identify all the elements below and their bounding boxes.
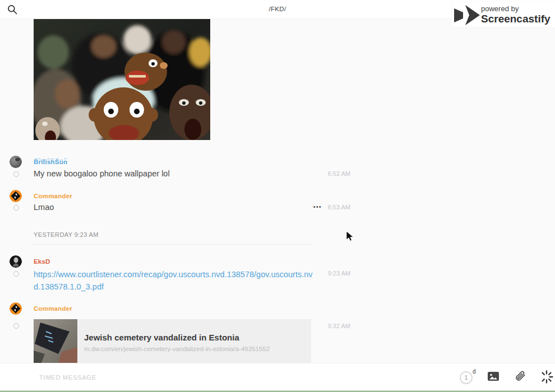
avatar-britishsun[interactable] [10,156,22,168]
message-text: My new boogaloo phone wallpaper lol [34,169,170,178]
attach-file-button[interactable] [514,370,526,385]
message-timestamp: 9:32 AM [317,323,350,329]
message-timestamp: 6:52 AM [317,170,350,177]
watermark-powered-by: powered by [481,4,519,13]
screencastify-logo-icon [454,5,480,27]
username-eksd: EksD [34,258,50,265]
message-timestamp: 9:23 AM [317,270,350,277]
timer-ring-icon [13,171,19,177]
timer-ring-icon [13,271,19,277]
timer-unit-label: d [473,368,476,375]
timer-ring-icon [13,323,19,329]
username-commander: Commander [34,305,72,312]
shredder-burst-icon[interactable] [540,370,553,386]
image-attachment[interactable] [34,18,210,140]
avatar-commander[interactable] [10,190,22,202]
avatar-eksd[interactable] [10,255,22,268]
chat-app-window: /FKD/ powered by Screencastify [0,0,555,392]
link-preview-thumbnail [34,319,77,363]
screencastify-watermark: powered by Screencastify [452,2,555,27]
message-link[interactable]: https://www.courtlistener.com/recap/gov.… [34,269,318,293]
username-commander: Commander [34,193,72,199]
link-preview-url: m.dw.com/en/jewish-cemetery-vandalized-i… [84,346,270,352]
timer-dial-icon: 1 [460,371,473,384]
message-input[interactable] [38,370,399,385]
composer-bar: 1 d [0,363,555,391]
link-preview-title: Jewish cemetery vandalized in Estonia [84,333,239,342]
timer-ring-icon [13,205,19,211]
send-image-button[interactable] [487,371,499,384]
username-britishsun: B̈r̈ïẗïs̈ḧS̈ün̈ [34,158,67,165]
message-text: Lmao [34,203,54,212]
message-timestamp: 6:53 AM [317,204,350,211]
date-divider-label: YESTERDAY 9:23 AM [34,231,99,238]
link-preview-card[interactable]: Jewish cemetery vandalized in Estonia m.… [34,319,311,363]
watermark-brand: Screencastify [481,13,551,25]
date-divider-line [33,244,311,245]
avatar-commander[interactable] [10,302,22,315]
message-timer-control[interactable]: 1 d [460,370,477,385]
mouse-cursor [346,231,354,244]
